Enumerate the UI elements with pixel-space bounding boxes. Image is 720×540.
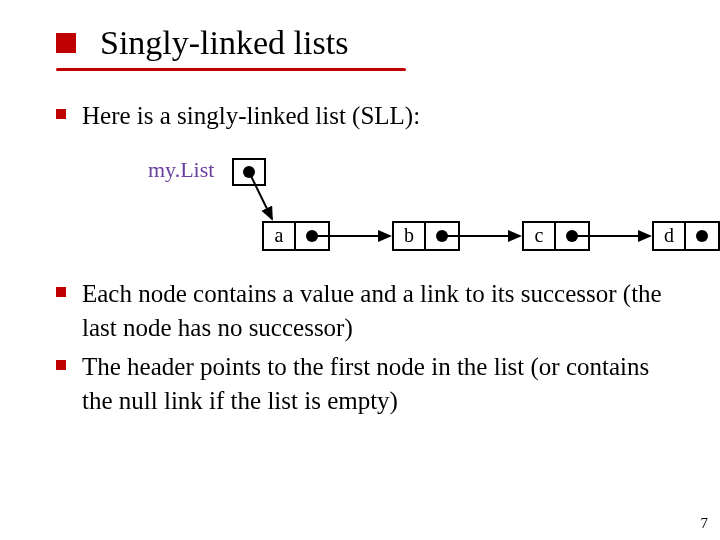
slide-title-row: Singly-linked lists (0, 0, 720, 66)
title-bullet-square (56, 33, 76, 53)
content-area: Here is a singly-linked list (SLL): my.L… (0, 71, 720, 418)
bullet-marker (56, 109, 66, 119)
bullet-marker (56, 287, 66, 297)
pointer-dot (306, 230, 318, 242)
header-label: my.List (148, 157, 214, 183)
slide-title: Singly-linked lists (100, 24, 348, 62)
bullet-text: Each node contains a value and a link to… (82, 277, 680, 345)
node-c: c (522, 221, 590, 251)
bullet-text: Here is a singly-linked list (SLL): (82, 99, 420, 133)
page-number: 7 (701, 515, 709, 532)
node-value: d (654, 223, 686, 249)
node-pointer (556, 223, 588, 249)
pointer-dot (436, 230, 448, 242)
header-pointer-box (232, 158, 266, 186)
node-value: a (264, 223, 296, 249)
node-d: d (652, 221, 720, 251)
linked-list-diagram: my.List a b c d (56, 143, 680, 273)
node-pointer (296, 223, 328, 249)
node-value: b (394, 223, 426, 249)
pointer-dot (696, 230, 708, 242)
node-value: c (524, 223, 556, 249)
node-a: a (262, 221, 330, 251)
node-pointer (686, 223, 718, 249)
bullet-item: Here is a singly-linked list (SLL): (56, 99, 680, 133)
bullet-item: The header points to the first node in t… (56, 350, 680, 418)
pointer-dot (243, 166, 255, 178)
pointer-dot (566, 230, 578, 242)
bullet-text: The header points to the first node in t… (82, 350, 680, 418)
bullet-item: Each node contains a value and a link to… (56, 277, 680, 345)
node-b: b (392, 221, 460, 251)
bullet-marker (56, 360, 66, 370)
node-pointer (426, 223, 458, 249)
